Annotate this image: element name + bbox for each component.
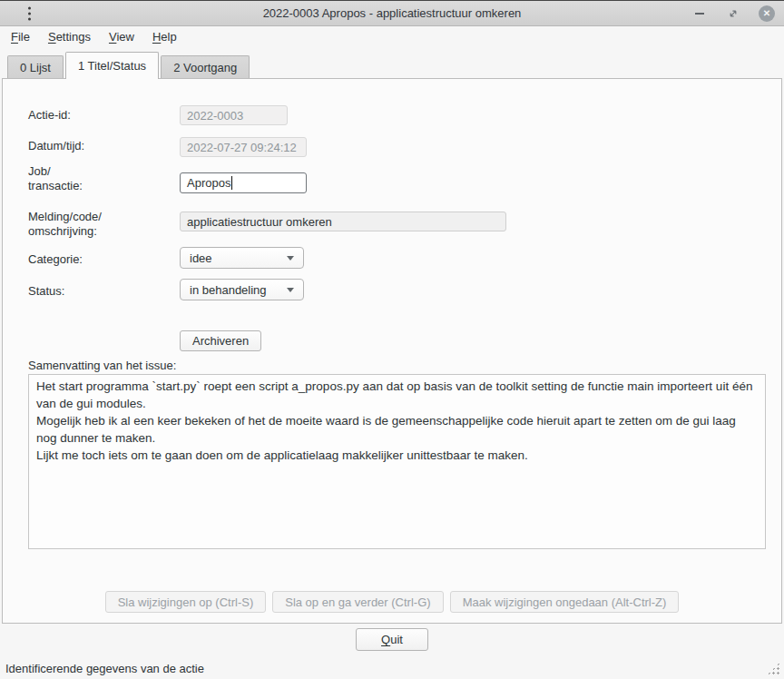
undo-button: Maak wijzigingen ongedaan (Alt-Ctrl-Z) xyxy=(450,591,680,613)
titlebar: 2022-0003 Apropos - applicatiestructuur … xyxy=(0,0,784,26)
actie-id-input xyxy=(180,105,288,125)
job-transactie-label: Job/ transactie: xyxy=(28,164,164,193)
melding-input[interactable] xyxy=(180,212,506,231)
tab-page-titel-status: Actie-id: Datum/tijd: Job/ transactie: A… xyxy=(2,78,782,624)
resize-grip[interactable] xyxy=(766,661,781,676)
status-label: Status: xyxy=(28,284,164,299)
datum-tijd-input xyxy=(180,137,307,157)
window-title: 2022-0003 Apropos - applicatiestructuur … xyxy=(0,6,784,20)
status-select[interactable]: in behandeling xyxy=(180,279,304,300)
tab-titel-status[interactable]: 1 Titel/Status xyxy=(65,52,159,79)
window-controls: ✕ xyxy=(691,1,775,25)
kebab-menu-icon xyxy=(28,17,31,20)
kebab-menu-icon xyxy=(28,12,31,15)
restore-button[interactable] xyxy=(725,5,741,22)
close-button[interactable]: ✕ xyxy=(759,5,775,22)
menu-file[interactable]: File xyxy=(2,28,39,45)
tabbar: 0 Lijst 1 Titel/Status 2 Voortgang xyxy=(0,46,784,78)
text-caret xyxy=(231,176,232,190)
minimize-button[interactable] xyxy=(691,5,708,22)
close-icon: ✕ xyxy=(759,5,775,22)
actie-id-label: Actie-id: xyxy=(28,108,164,123)
menu-help[interactable]: Help xyxy=(143,28,186,45)
menubar: File Settings View Help xyxy=(0,26,784,46)
quit-button[interactable]: Quit xyxy=(356,628,428,651)
tab-voortgang[interactable]: 2 Voortgang xyxy=(161,55,250,78)
chevron-down-icon xyxy=(287,256,294,261)
save-continue-button: Sla op en ga verder (Ctrl-G) xyxy=(272,591,443,613)
menu-view[interactable]: View xyxy=(100,28,143,45)
kebab-menu-icon xyxy=(28,6,31,9)
chevron-down-icon xyxy=(287,288,294,292)
actions-row: Sla wijzigingen op (Ctrl-S) Sla op en ga… xyxy=(3,591,781,613)
tab-lijst[interactable]: 0 Lijst xyxy=(7,55,64,78)
categorie-label: Categorie: xyxy=(28,252,164,267)
job-transactie-input[interactable]: Apropos xyxy=(180,172,307,193)
minimize-icon xyxy=(695,13,704,15)
save-button: Sla wijzigingen op (Ctrl-S) xyxy=(105,591,267,613)
summary-textarea[interactable]: Het start programma `start.py` roept een… xyxy=(28,374,766,549)
melding-label: Melding/code/ omschrijving: xyxy=(28,210,164,239)
menu-settings[interactable]: Settings xyxy=(39,28,100,45)
datum-tijd-label: Datum/tijd: xyxy=(28,139,164,153)
archiveren-button[interactable]: Archiveren xyxy=(180,330,261,351)
summary-label: Samenvatting van het issue: xyxy=(28,359,176,372)
window-menu-button[interactable] xyxy=(25,4,34,23)
statusbar-text: Identificerende gegevens van de actie xyxy=(5,662,204,675)
restore-icon xyxy=(728,8,739,19)
app-window: 2022-0003 Apropos - applicatiestructuur … xyxy=(0,0,784,679)
categorie-select[interactable]: idee xyxy=(180,247,304,269)
